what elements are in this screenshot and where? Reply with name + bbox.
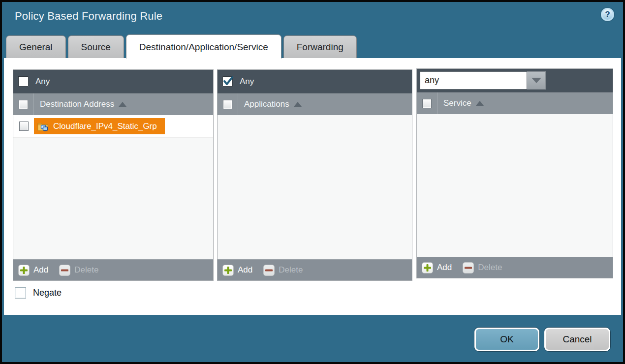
applications-column: Any Applications Add Delete [217, 69, 412, 281]
service-header-row: Service [417, 92, 613, 114]
tab-source[interactable]: Source [68, 35, 124, 59]
add-button[interactable]: Add [33, 265, 48, 275]
service-column-header[interactable]: Service [443, 98, 471, 108]
delete-button[interactable]: Delete [279, 265, 303, 275]
destination-footer: Add Delete [13, 259, 213, 280]
applications-footer: Add Delete [218, 259, 412, 280]
destination-address-column: Any Destination Address Cloudflare_IPv [13, 69, 214, 281]
destination-any-row: Any [13, 70, 213, 93]
negate-option: Negate [15, 287, 62, 299]
service-footer: Add Delete [417, 257, 613, 278]
service-list [417, 114, 613, 257]
applications-column-header[interactable]: Applications [244, 99, 289, 109]
negate-checkbox[interactable] [15, 287, 26, 299]
negate-label: Negate [33, 288, 62, 298]
row-checkbox[interactable] [19, 121, 29, 131]
delete-button[interactable]: Delete [478, 263, 502, 273]
delete-button[interactable]: Delete [74, 265, 98, 275]
add-icon[interactable] [422, 262, 433, 273]
applications-any-row: Any [218, 70, 412, 93]
add-icon[interactable] [222, 265, 234, 276]
checkmark-icon [222, 75, 235, 88]
sort-ascending-icon [294, 102, 302, 107]
tab-bar: General Source Destination/Application/S… [6, 34, 357, 59]
applications-list [218, 115, 412, 259]
service-column: any Service Add Delete [416, 68, 613, 278]
destination-select-all-checkbox[interactable] [19, 100, 28, 109]
destination-address-header-row: Destination Address [13, 93, 213, 115]
delete-icon[interactable] [463, 262, 474, 273]
delete-icon[interactable] [59, 265, 70, 276]
service-dropdown-value[interactable]: any [420, 71, 527, 90]
address-group-name: Cloudflare_IPv4_Static_Grp [53, 121, 157, 131]
tab-destination-application-service[interactable]: Destination/Application/Service [126, 34, 281, 59]
ok-button[interactable]: OK [474, 328, 539, 351]
service-dropdown-button[interactable] [527, 71, 546, 90]
pbf-rule-dialog: Policy Based Forwarding Rule ? General S… [0, 0, 625, 364]
address-group-icon [37, 121, 49, 131]
service-dropdown-row: any [417, 69, 613, 92]
page-title: Policy Based Forwarding Rule [15, 10, 162, 23]
applications-header-row: Applications [218, 93, 412, 115]
delete-icon[interactable] [263, 265, 275, 276]
help-glyph: ? [605, 10, 610, 20]
sort-ascending-icon [119, 102, 126, 107]
destination-any-label: Any [35, 77, 50, 87]
applications-any-label: Any [240, 77, 254, 87]
help-icon[interactable]: ? [601, 8, 614, 21]
add-button[interactable]: Add [238, 265, 252, 275]
sort-ascending-icon [476, 101, 484, 106]
add-button[interactable]: Add [437, 263, 452, 273]
cancel-button[interactable]: Cancel [544, 328, 610, 351]
applications-select-all-checkbox[interactable] [223, 100, 232, 109]
address-group-entry[interactable]: Cloudflare_IPv4_Static_Grp [34, 118, 165, 134]
service-select-all-checkbox[interactable] [422, 99, 432, 108]
destination-any-checkbox[interactable] [18, 76, 29, 87]
destination-address-list: Cloudflare_IPv4_Static_Grp [13, 115, 213, 259]
table-row: Cloudflare_IPv4_Static_Grp [13, 115, 213, 138]
tab-general[interactable]: General [6, 35, 66, 59]
service-dropdown: any [420, 71, 546, 90]
tab-forwarding[interactable]: Forwarding [283, 35, 357, 59]
destination-address-column-header[interactable]: Destination Address [40, 99, 114, 109]
applications-any-checkbox[interactable] [222, 76, 233, 87]
chevron-down-icon [531, 78, 541, 83]
add-icon[interactable] [18, 265, 30, 276]
